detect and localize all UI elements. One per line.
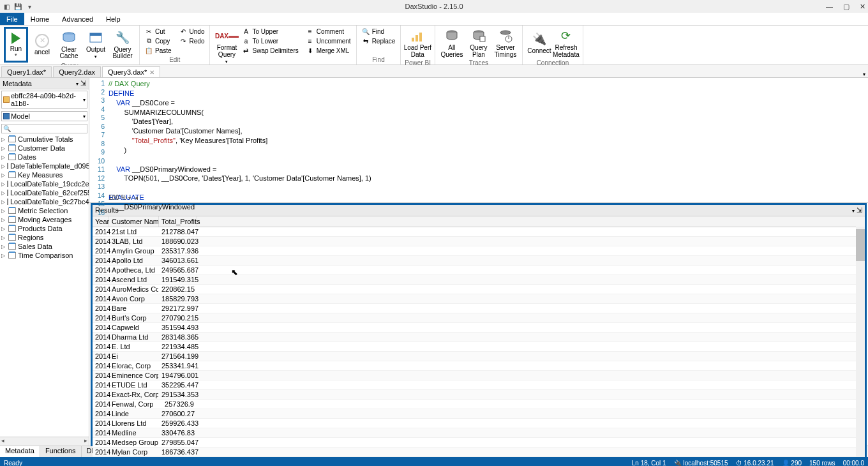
table-row[interactable]: 2014Llorens Ltd259926.433: [93, 419, 865, 428]
table-row[interactable]: 2014Elorac, Corp253341.941: [93, 361, 865, 371]
close-icon[interactable]: ✕: [149, 69, 154, 76]
zoom-level[interactable]: 100 %: [108, 194, 126, 201]
load-perf-button[interactable]: Load Perf Data: [405, 27, 430, 59]
table-row[interactable]: 201421st Ltd212788.047: [93, 227, 865, 237]
grid-header[interactable]: Year Customer Names Total_Profits: [93, 216, 865, 227]
refresh-button[interactable]: ⟳Refresh Metadata: [553, 27, 579, 59]
format-query-button[interactable]: DAX▬▬ Format Query▾: [214, 27, 239, 66]
table-row[interactable]: 2014Capweld351594.493: [93, 323, 865, 333]
table-row[interactable]: 20143LAB, Ltd188690.023: [93, 237, 865, 246]
merge-button[interactable]: ⬇Merge XML: [305, 46, 352, 55]
h-scrollbar[interactable]: ◂▸: [0, 437, 89, 446]
replace-button[interactable]: ⇆Replace: [361, 36, 397, 45]
close-button[interactable]: ✕: [860, 3, 865, 11]
undo-button[interactable]: ↶Undo: [178, 27, 206, 36]
table-row[interactable]: 2014Medline330476.83: [93, 428, 865, 438]
database-combo[interactable]: ebffc284-a09b-4b2d-a1b8-▾: [1, 91, 87, 109]
table-row[interactable]: 2014Apotheca, Ltd249565.687: [93, 266, 865, 275]
model-combo[interactable]: Model▾: [1, 111, 87, 121]
metadata-tree[interactable]: ▷Cumulative Totals▷Customer Data▷Dates▷D…: [0, 135, 89, 437]
all-queries-button[interactable]: All Queries: [439, 27, 465, 59]
table-row[interactable]: 2014Avon Corp185829.793: [93, 294, 865, 304]
btab-functions[interactable]: Functions: [40, 446, 82, 457]
table-row[interactable]: 2014Mylan Corp186736.437: [93, 447, 865, 457]
table-row[interactable]: 2014Exact-Rx, Corp291534.353: [93, 390, 865, 400]
qa-icon-chev[interactable]: ▾: [24, 1, 34, 11]
table-row[interactable]: 2014Dharma Ltd283148.365: [93, 333, 865, 342]
tab-query2[interactable]: Query2.dax: [53, 66, 101, 77]
tree-item[interactable]: ▷LocalDateTable_9c27bc4b-: [0, 197, 89, 206]
copy-button[interactable]: ⧉Copy: [144, 36, 173, 45]
menu-help[interactable]: Help: [100, 13, 127, 25]
tree-item[interactable]: ▷Metric Selection: [0, 206, 89, 215]
line-gutter: 123456789101112131415161718: [89, 78, 108, 202]
tree-item[interactable]: ▷Regions: [0, 233, 89, 242]
tab-overflow-icon[interactable]: ▾: [863, 71, 865, 77]
btab-metadata[interactable]: Metadata: [0, 446, 40, 457]
maximize-button[interactable]: ▢: [843, 3, 849, 11]
table-row[interactable]: 2014Ei271564.199: [93, 352, 865, 361]
tab-query1[interactable]: Query1.dax*: [1, 66, 52, 77]
ribbon: Run ▾ ✕ ancel Clear Cache Output▾ 🔧 Quer…: [0, 26, 868, 65]
tree-item[interactable]: ▷LocalDateTable_19cdc2e1-: [0, 179, 89, 188]
code-editor[interactable]: 123456789101112131415161718 // DAX Query…: [89, 78, 868, 203]
code-content[interactable]: // DAX Query DEFINE VAR __DS0Core = SUMM…: [108, 78, 868, 202]
table-row[interactable]: 2014Bare292172.997: [93, 304, 865, 313]
document-tabs: Query1.dax* Query2.dax Query3.dax*✕ ▾: [0, 65, 868, 78]
table-row[interactable]: 2014Eminence Corp194796.001: [93, 371, 865, 380]
tree-item[interactable]: ▷Products Data: [0, 224, 89, 233]
tree-item[interactable]: ▷LocalDateTable_62cef255-0: [0, 188, 89, 197]
query-plan-button[interactable]: Query Plan: [466, 27, 491, 59]
cancel-button[interactable]: ✕ ancel: [29, 27, 55, 63]
table-row[interactable]: 2014Medsep Group279855.047: [93, 438, 865, 447]
table-row[interactable]: 2014ETUDE Ltd352295.447: [93, 380, 865, 390]
tree-item[interactable]: ▷Key Measures: [0, 170, 89, 179]
query-builder-button[interactable]: 🔧 Query Builder: [110, 27, 135, 63]
connect-button[interactable]: 🔌Connect: [527, 27, 552, 59]
output-button[interactable]: Output▾: [83, 27, 108, 63]
table-row[interactable]: 2014AuroMedics Corp220862.15: [93, 285, 865, 294]
lower-button[interactable]: aTo Lower: [241, 36, 299, 45]
table-row[interactable]: 2014Burt's Corp270790.215: [93, 313, 865, 323]
minimize-button[interactable]: —: [826, 3, 833, 11]
table-row[interactable]: 2014Amylin Group235317.936: [93, 246, 865, 256]
metadata-header[interactable]: Metadata▾ ⇲: [0, 78, 89, 89]
clear-cache-icon: [61, 30, 77, 45]
qa-icon-app[interactable]: ◧: [1, 1, 11, 11]
upper-button[interactable]: ATo Upper: [241, 27, 299, 36]
search-input[interactable]: 🔍: [1, 124, 87, 133]
menu-file[interactable]: File: [0, 13, 24, 25]
table-row[interactable]: 2014Ascend Ltd191549.315: [93, 275, 865, 285]
clear-cache-button[interactable]: Clear Cache: [56, 27, 82, 63]
tree-item[interactable]: ▷Customer Data: [0, 144, 89, 153]
dax-icon: DAX▬▬: [219, 28, 234, 43]
table-row[interactable]: 2014Linde270600.27: [93, 409, 865, 419]
uncomment-icon: ≡: [306, 37, 314, 45]
tree-item[interactable]: ▷Moving Averages: [0, 215, 89, 224]
copy-icon: ⧉: [145, 37, 153, 45]
results-grid[interactable]: Year Customer Names Total_Profits 201421…: [93, 216, 865, 457]
tab-query3[interactable]: Query3.dax*✕: [102, 66, 160, 77]
tree-item[interactable]: ▷Sales Data: [0, 242, 89, 251]
tree-item[interactable]: ▷DateTableTemplate_d095fb: [0, 162, 89, 170]
run-button[interactable]: Run ▾: [4, 27, 28, 63]
v-scrollbar[interactable]: [856, 227, 865, 457]
uncomment-button[interactable]: ≡Uncomment: [305, 36, 352, 45]
menu-home[interactable]: Home: [24, 13, 56, 25]
tree-item[interactable]: ▷Cumulative Totals: [0, 135, 89, 144]
paste-button[interactable]: 📋Paste: [144, 46, 173, 55]
cut-button[interactable]: ✂Cut: [144, 27, 173, 36]
tree-item[interactable]: ▷Time Comparison: [0, 251, 89, 260]
table-row[interactable]: 2014Apollo Ltd346013.661: [93, 256, 865, 266]
comment-button[interactable]: ≡Comment: [305, 27, 352, 36]
server-timings-button[interactable]: Server Timings: [493, 27, 518, 59]
redo-button[interactable]: ↷Redo: [178, 36, 206, 45]
find-button[interactable]: 🔍Find: [361, 27, 397, 36]
table-row[interactable]: 2014Fenwal, Corp257326.9: [93, 400, 865, 409]
qa-icon-save[interactable]: 💾: [13, 1, 23, 11]
menu-advanced[interactable]: Advanced: [56, 13, 100, 25]
table-row[interactable]: 2014E. Ltd221934.485: [93, 342, 865, 352]
swap-button[interactable]: ⇄Swap Delimiters: [241, 46, 299, 55]
tree-item[interactable]: ▷Dates: [0, 153, 89, 162]
query-plan-icon: [471, 28, 486, 43]
